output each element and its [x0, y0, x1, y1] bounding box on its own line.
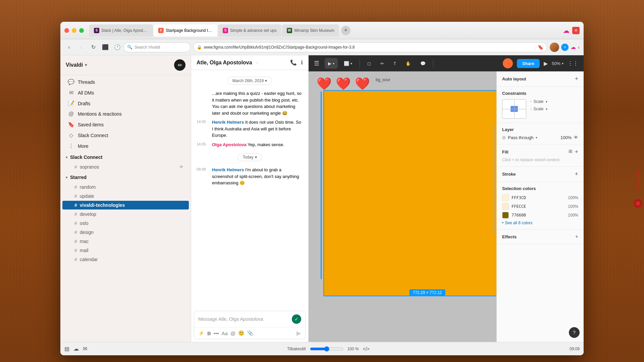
chat-input[interactable]: Message Atle, Olga Apostolova ✓ [194, 311, 305, 327]
traffic-light-minimize[interactable] [72, 28, 76, 33]
sidebar-item-drafts[interactable]: 📝 Drafts [62, 98, 189, 109]
history-icon[interactable]: 🕐 [114, 44, 121, 50]
tab-winamp[interactable]: W Winamp Skin Museum [282, 24, 339, 37]
swatch-2[interactable] [502, 203, 509, 210]
figma-tool-text[interactable]: T [390, 58, 399, 69]
more-tools-icon[interactable]: ••• [214, 330, 219, 336]
share-button[interactable]: Share [517, 59, 540, 68]
bookmark-icon[interactable]: 🔖 [538, 45, 543, 50]
swatch-pct-2: 100% [568, 204, 578, 209]
constraints-v-line [514, 100, 515, 118]
channel-oslo[interactable]: # oslo [62, 219, 189, 228]
visibility-icon[interactable]: 👁 [574, 135, 578, 140]
emoji-icon[interactable]: 🙂 [238, 330, 245, 336]
sidebar-item-slack-connect[interactable]: ◇ Slack Connect [62, 130, 189, 140]
channel-design[interactable]: # design [62, 228, 189, 237]
figma-menu-icon[interactable]: ☰ [314, 60, 319, 67]
date-pill-today[interactable]: Today ▾ [237, 153, 262, 161]
tab-figma[interactable]: F Startpage Background Im... [154, 24, 217, 37]
user-avatar[interactable] [550, 43, 559, 52]
see-all-colors[interactable]: • See all 8 colors [502, 221, 578, 225]
call-icon[interactable]: 📞 [290, 59, 297, 66]
figma-canvas-scrollbar[interactable] [493, 125, 495, 234]
figma-tool-comment[interactable]: 💬 [417, 58, 429, 69]
bold-icon[interactable]: B [207, 330, 211, 336]
tab-slack[interactable]: S Slack | Atle, Olga Apostolo... [89, 24, 153, 37]
channel-vivaldi-technologies[interactable]: # vivaldi-technologies [62, 201, 189, 209]
tab-overview-button[interactable]: ⬛ [101, 43, 110, 52]
sidebar-item-all-dms[interactable]: ✉ All DMs [62, 87, 189, 98]
sync-icon[interactable]: ☁ [571, 44, 576, 50]
mention-icon[interactable]: @ [230, 330, 235, 336]
stroke-header: Stroke + [502, 171, 578, 178]
traffic-light-maximize[interactable] [79, 28, 84, 33]
date-pill-march[interactable]: March 26th, 2019 ▾ [227, 77, 272, 85]
figma-tool-pen[interactable]: ✏ [377, 58, 387, 69]
channel-sopranos[interactable]: # sopranos 👁 [62, 163, 189, 171]
figma-tool-move[interactable]: ▶ ▾ [325, 58, 338, 69]
traffic-light-close[interactable] [64, 28, 69, 33]
add-tab-icon[interactable]: + [561, 44, 569, 51]
sidebar-item-threads[interactable]: 💬 Threads [62, 77, 189, 87]
slack-connect-section-header[interactable]: ▾ Slack Connect [60, 153, 191, 162]
msg1-body: ...are making this a quizz - easter egg … [212, 90, 303, 116]
help-button[interactable]: ? [569, 327, 580, 338]
vivaldi-label: vivaldi-technologies [80, 202, 125, 208]
channel-mail[interactable]: # mail [62, 246, 189, 255]
zoom-slider[interactable] [310, 346, 343, 352]
drafts-label: Drafts [78, 101, 90, 106]
window-close-button[interactable]: ✕ [572, 27, 580, 34]
compose-button[interactable]: ✏ [174, 59, 185, 71]
channel-update[interactable]: # update [62, 192, 189, 200]
swatch-1[interactable] [502, 194, 509, 201]
text-format-icon[interactable]: Aa [222, 330, 228, 336]
sidebar-caret-icon[interactable]: ▾ [85, 63, 87, 67]
channel-develop[interactable]: # develop [62, 210, 189, 219]
attachment-icon[interactable]: 📎 [247, 330, 254, 336]
figma-tool-shape[interactable]: ◻ [364, 58, 374, 69]
stroke-plus-icon[interactable]: + [575, 171, 578, 178]
figma-tool-frame[interactable]: ⬜ ▾ [340, 58, 356, 69]
blend-caret-icon: ▾ [536, 136, 537, 139]
fill-grid-icon[interactable]: ⊞ [569, 148, 573, 156]
figma-zoom-control[interactable]: 50% ▾ [552, 61, 564, 66]
sidebar-item-mentions-reactions[interactable]: @ Mentions & reactions [62, 109, 189, 119]
fill-plus-icon[interactable]: + [575, 148, 578, 156]
tab-winamp-favicon: W [287, 28, 292, 33]
orange-frame[interactable]: 772.29 × 772.12 [323, 90, 496, 296]
layers-icon[interactable]: ▤ [64, 346, 69, 352]
channel-mac[interactable]: # mac [62, 237, 189, 246]
figma-more-icon[interactable]: ⋮⋮ [568, 60, 578, 67]
code-view-icon[interactable]: </> [363, 346, 370, 352]
search-bar[interactable]: 🔍 Search Vivaldi [123, 42, 191, 52]
figma-tool-hand[interactable]: ✋ [402, 58, 414, 69]
sidebar-item-saved-items[interactable]: 🔖 Saved items [62, 119, 189, 130]
threads-label: Threads [78, 79, 95, 85]
swatch-3[interactable] [502, 212, 509, 219]
info-icon[interactable]: ℹ [301, 59, 303, 66]
back-button[interactable]: ‹ [64, 43, 74, 52]
new-tab-button[interactable]: + [341, 26, 351, 35]
star-icon[interactable]: ☆ [255, 60, 259, 65]
all-dms-label: All DMs [78, 90, 94, 96]
starred-section-header[interactable]: ▾ Starred [60, 173, 191, 182]
lightning-icon[interactable]: ⚡ [198, 330, 205, 336]
mail-status-icon[interactable]: ✉ [83, 346, 87, 352]
auto-layout-plus[interactable]: + [575, 75, 578, 82]
sidebar-item-more[interactable]: ⋮ More [62, 141, 189, 151]
stroke-label: Stroke [502, 172, 516, 177]
send-arrow-icon[interactable]: ▶ [297, 329, 301, 337]
tab-simple[interactable]: S Simple & advance set ups [218, 24, 281, 37]
channel-random[interactable]: # random [62, 183, 189, 191]
figma-present-icon[interactable]: ▶ [544, 60, 548, 67]
forward-button[interactable]: › [76, 43, 86, 52]
figma-canvas[interactable]: ❤️ ❤️ ❤️ bg_sour [309, 71, 496, 342]
effects-plus-icon[interactable]: + [575, 234, 578, 240]
nav-menu-icon[interactable]: ‹ [578, 45, 580, 50]
cloud-status-icon[interactable]: ☁ [73, 346, 79, 352]
address-bar[interactable]: 🔒 www.figma.com/file/UhpBtklufv91mjl1On9… [193, 42, 547, 52]
reload-button[interactable]: ↻ [89, 43, 98, 52]
channel-calendar[interactable]: # calendar [62, 255, 189, 264]
layer-label: Layer [502, 127, 578, 132]
title-bar-right: ☁ ✕ [563, 26, 580, 35]
